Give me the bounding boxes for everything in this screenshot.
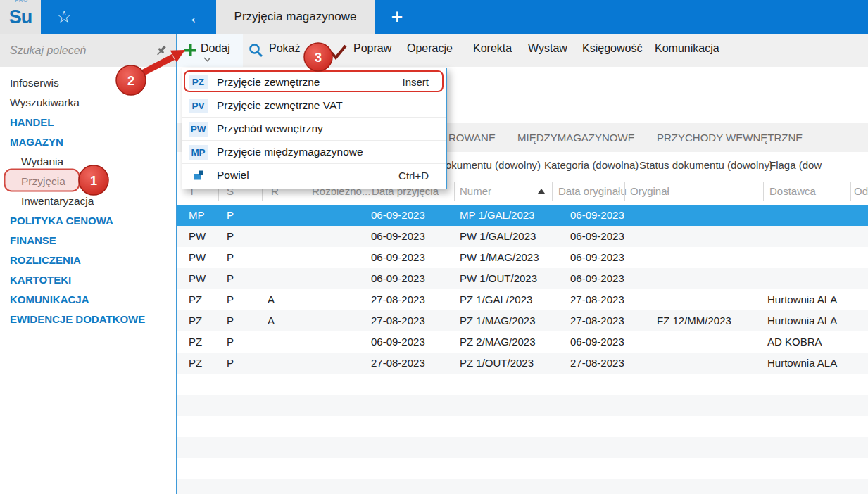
search-input[interactable] bbox=[0, 34, 149, 67]
sidebar-item-ewidencje-dodatkowe[interactable]: EWIDENCJE DODATKOWE bbox=[0, 310, 176, 329]
view-tab-miedzymagazynowe[interactable]: MIĘDZYMAGAZYNOWE bbox=[517, 123, 635, 152]
cell: 06-09-2023 bbox=[371, 226, 425, 247]
view-tab-zadekretowane[interactable]: ROWANE bbox=[448, 123, 496, 152]
header-divider bbox=[552, 182, 553, 201]
col-dostawca[interactable]: Dostawca bbox=[769, 179, 816, 204]
cell: 06-09-2023 bbox=[570, 226, 624, 247]
back-arrow-icon[interactable]: ← bbox=[182, 0, 213, 34]
cell: PW bbox=[189, 226, 206, 247]
table-row[interactable]: MPP06-09-2023MP 1/GAL/202306-09-2023 bbox=[177, 205, 868, 226]
view-tab-przychody-wewnetrzne[interactable]: PRZYCHODY WEWNĘTRZNE bbox=[657, 123, 803, 152]
empty-rows-stripes bbox=[177, 374, 868, 494]
table-row[interactable]: PWP06-09-2023PW 1/MAG/202306-09-2023 bbox=[177, 247, 868, 268]
app-window: Su PRO ☆ ← Przyjęcia magazynowe + Infose… bbox=[0, 0, 868, 494]
cell: 06-09-2023 bbox=[371, 268, 425, 289]
cell: FZ 12/MM/2023 bbox=[657, 310, 731, 331]
cell: A bbox=[268, 310, 275, 331]
sidebar-item-wydania[interactable]: Wydania bbox=[0, 152, 176, 172]
cell: 27-08-2023 bbox=[371, 289, 425, 310]
sort-asc-icon bbox=[538, 189, 545, 194]
operations-button[interactable]: Operacje bbox=[407, 34, 453, 63]
cell: PZ bbox=[189, 310, 202, 331]
menu-item-przyjecie-zewnetrzne-vat[interactable]: PV Przyjęcie zewnętrzne VAT bbox=[182, 94, 446, 117]
doc-code-badge: MP bbox=[189, 145, 208, 160]
doc-code-badge: PZ bbox=[189, 75, 208, 89]
communication-button[interactable]: Komunikacja bbox=[655, 34, 719, 63]
chevron-down-icon bbox=[203, 57, 211, 62]
col-data-oryginalu[interactable]: Data oryginału bbox=[558, 179, 627, 204]
app-logo: Su PRO bbox=[0, 0, 41, 34]
filter-category[interactable]: Kategoria (dowolna) bbox=[544, 152, 639, 179]
table-row[interactable]: PZPA27-08-2023PZ 1/MAG/202327-08-2023FZ … bbox=[177, 310, 868, 331]
add-button[interactable]: Dodaj bbox=[177, 34, 243, 67]
pin-icon[interactable] bbox=[155, 44, 168, 57]
cell: MP bbox=[189, 205, 205, 226]
sidebar-item-finanse[interactable]: FINANSE bbox=[0, 231, 176, 251]
sidebar-item-magazyn[interactable]: MAGAZYN bbox=[0, 132, 176, 152]
col-oryginal[interactable]: Oryginał bbox=[630, 179, 669, 204]
header-divider bbox=[850, 182, 851, 201]
menu-item-powiel[interactable]: Powiel Ctrl+D bbox=[182, 163, 446, 186]
active-tab-label: Przyjęcia magazynowe bbox=[234, 10, 357, 24]
col-od[interactable]: Od bbox=[854, 179, 868, 204]
col-numer[interactable]: Numer bbox=[460, 179, 491, 204]
cell: 06-09-2023 bbox=[570, 331, 624, 353]
menu-shortcut: Insert bbox=[402, 76, 429, 88]
menu-item-przychod-wewnetrzny[interactable]: PW Przychód wewnętrzny bbox=[182, 117, 446, 140]
table-row[interactable]: PZP27-08-2023PZ 1/OUT/202327-08-2023Hurt… bbox=[177, 353, 868, 374]
filter-document-type[interactable]: okumentu (dowolny) bbox=[446, 152, 541, 179]
cell: PW bbox=[189, 268, 206, 289]
table-row[interactable]: PZPA27-08-2023PZ 1/GAL/202327-08-2023Hur… bbox=[177, 289, 868, 310]
correction-button[interactable]: Korekta bbox=[473, 34, 512, 63]
menu-shortcut: Ctrl+D bbox=[398, 170, 429, 182]
sidebar-item-przyjęcia[interactable]: Przyjęcia bbox=[0, 172, 176, 191]
sidebar-item-infoserwis[interactable]: Infoserwis bbox=[0, 73, 176, 93]
duplicate-icon bbox=[189, 168, 208, 183]
correct-button[interactable]: Popraw bbox=[353, 34, 391, 63]
sidebar-item-wyszukiwarka[interactable]: Wyszukiwarka bbox=[0, 93, 176, 113]
topbar: Su PRO ☆ ← Przyjęcia magazynowe + bbox=[0, 0, 868, 34]
accounting-button[interactable]: Księgowość bbox=[582, 34, 642, 63]
doc-code-badge: PW bbox=[189, 122, 208, 137]
cell: PW bbox=[189, 247, 206, 268]
menu-item-label: Przyjęcie zewnętrzne bbox=[217, 76, 320, 89]
sidebar-item-handel[interactable]: HANDEL bbox=[0, 113, 176, 132]
sidebar-item-polityka-cenowa[interactable]: POLITYKA CENOWA bbox=[0, 211, 176, 231]
sidebar: InfoserwisWyszukiwarkaHANDELMAGAZYNWydan… bbox=[0, 34, 176, 494]
plus-icon bbox=[183, 43, 198, 58]
cell: PW 1/GAL/2023 bbox=[460, 226, 536, 247]
cell: P bbox=[227, 353, 234, 374]
cell: P bbox=[227, 310, 234, 331]
cell: MP 1/GAL/2023 bbox=[460, 205, 534, 226]
filter-document-status[interactable]: Status dokumentu (dowolny) bbox=[639, 152, 773, 179]
filter-flag[interactable]: Flaga (dow bbox=[769, 152, 822, 179]
sidebar-item-komunikacja[interactable]: KOMUNIKACJA bbox=[0, 290, 176, 310]
cell: PZ 2/MAG/2023 bbox=[460, 331, 536, 353]
new-tab-plus-icon[interactable]: + bbox=[383, 0, 411, 34]
header-divider bbox=[624, 182, 625, 201]
active-tab[interactable]: Przyjęcia magazynowe bbox=[216, 0, 375, 34]
cell: PZ bbox=[189, 289, 202, 310]
cell: Hurtownia ALA bbox=[767, 310, 837, 331]
menu-item-przyjecie-miedzymagazynowe[interactable]: MP Przyjęcie międzymagazynowe bbox=[182, 140, 446, 163]
toolbar: Dodaj Pokaż Popraw Operacje Korekta Wyst… bbox=[177, 34, 868, 67]
show-button[interactable]: Pokaż bbox=[269, 34, 300, 63]
edit-check-icon bbox=[329, 44, 347, 60]
header-divider bbox=[763, 182, 764, 201]
table-row[interactable]: PWP06-09-2023PW 1/OUT/202306-09-2023 bbox=[177, 268, 868, 289]
sidebar-item-inwentaryzacja[interactable]: Inwentaryzacja bbox=[0, 191, 176, 211]
sidebar-item-rozliczenia[interactable]: ROZLICZENIA bbox=[0, 251, 176, 270]
cell: PZ bbox=[189, 331, 202, 353]
sidebar-item-kartoteki[interactable]: KARTOTEKI bbox=[0, 270, 176, 290]
cell: PW 1/OUT/2023 bbox=[460, 268, 537, 289]
cell: 06-09-2023 bbox=[371, 205, 425, 226]
issue-button[interactable]: Wystaw bbox=[528, 34, 567, 63]
menu-item-przyjecie-zewnetrzne[interactable]: PZ Przyjęcie zewnętrzne Insert bbox=[182, 70, 446, 94]
logo-text: Su bbox=[9, 6, 32, 28]
cell: Hurtownia ALA bbox=[767, 353, 837, 374]
table-row[interactable]: PZP06-09-2023PZ 2/MAG/202306-09-2023AD K… bbox=[177, 331, 868, 353]
favorites-star-icon[interactable]: ☆ bbox=[52, 0, 76, 34]
table-row[interactable]: PWP06-09-2023PW 1/GAL/202306-09-2023 bbox=[177, 226, 868, 247]
cell: P bbox=[227, 247, 234, 268]
cell: 06-09-2023 bbox=[371, 247, 425, 268]
